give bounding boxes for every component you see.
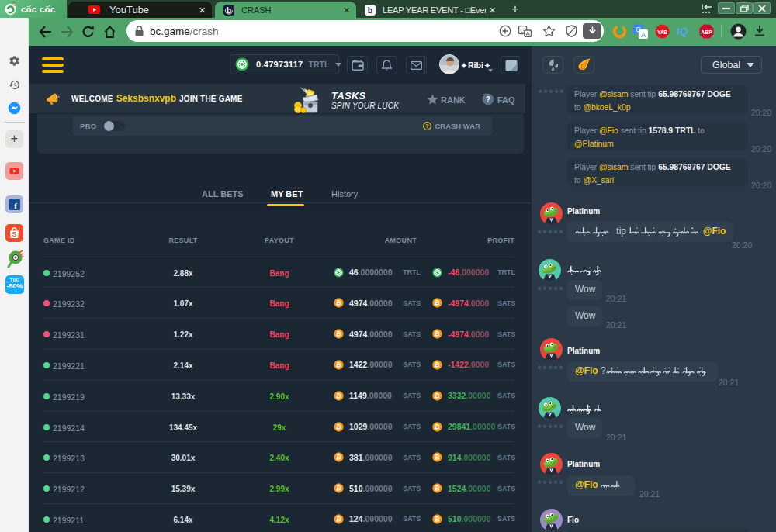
svg-text:₿: ₿ xyxy=(580,63,586,71)
svg-text:?: ? xyxy=(426,123,429,130)
svg-text:?: ? xyxy=(486,95,490,104)
svg-text:A: A xyxy=(641,31,646,39)
svg-text:b: b xyxy=(368,5,372,15)
svg-text:ABP: ABP xyxy=(701,29,712,35)
svg-text:f: f xyxy=(14,201,17,210)
svg-text:YAB: YAB xyxy=(657,29,667,35)
svg-text:S: S xyxy=(12,230,17,238)
